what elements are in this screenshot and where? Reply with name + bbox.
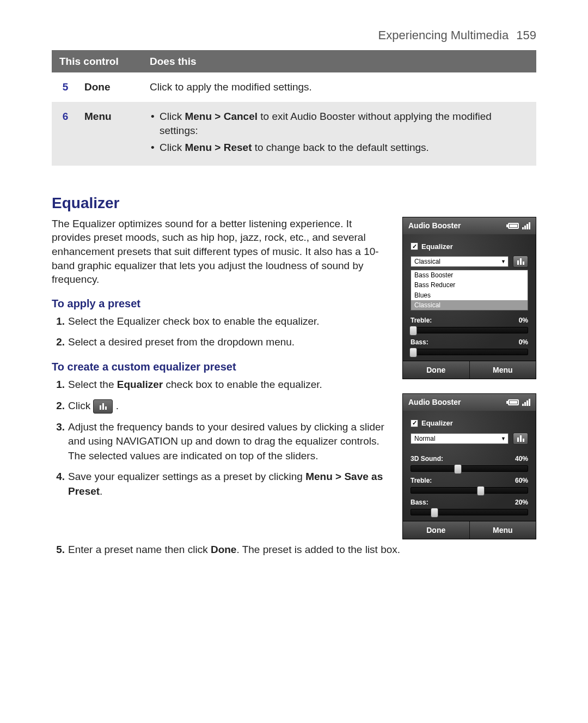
treble-value: 60% [515,476,528,485]
equalizer-heading: Equalizer [52,193,536,214]
battery-icon [508,399,519,405]
treble-label: Treble: [411,316,432,325]
text: Save your equalizer settings as a preset… [68,471,305,482]
control-description: Click Menu > Cancel to exit Audio Booste… [142,102,536,166]
text-bold: Equalizer [117,379,163,390]
preset-option[interactable]: Blues [411,290,528,300]
text: . [100,485,102,497]
treble-slider[interactable] [411,327,528,333]
chevron-down-icon: ▼ [501,258,506,265]
audio-booster-screenshot: Audio Booster ✓ Equalizer Classical ▼ [402,217,536,380]
custom-preset-heading: To create a custom equalizer preset [52,360,388,374]
battery-icon [508,223,519,229]
slider-thumb[interactable] [409,326,417,336]
bass-label: Bass: [411,498,428,507]
text-bold: Menu > Cancel [185,111,258,122]
apply-preset-steps: Select the Equalizer check box to enable… [52,314,388,350]
menu-button[interactable]: Menu [469,361,536,379]
preset-dropdown-value: Classical [414,257,440,266]
text: . The preset is added to the list box. [236,544,400,555]
table-head-control: This control [52,50,142,73]
table-row: 6 Menu Click Menu > Cancel to exit Audio… [52,102,536,166]
treble-slider[interactable] [411,487,528,494]
signal-icon [522,222,530,229]
row-number: 6 [52,102,77,166]
treble-value: 0% [519,316,528,325]
window-title: Audio Booster [408,397,461,408]
apply-preset-heading: To apply a preset [52,296,388,311]
controls-table: This control Does this 5 Done Click to a… [52,50,536,166]
control-name: Done [77,72,142,102]
text: Enter a preset name then click [68,544,211,555]
equalizer-checkbox-label: Equalizer [421,418,453,428]
sound3d-value: 40% [515,454,528,463]
text-bold: Done [211,544,237,555]
sound3d-label: 3D Sound: [411,454,443,463]
done-button[interactable]: Done [403,361,469,379]
step: Enter a preset name then click Done. The… [68,543,536,557]
step: Save your equalizer settings as a preset… [68,470,388,499]
text: check box to enable the equalizer. [163,379,322,390]
custom-preset-steps: Select the Equalizer check box to enable… [52,378,388,499]
audio-booster-screenshot: Audio Booster ✓ Equalizer Normal ▼ [402,393,536,539]
bass-slider[interactable] [411,509,528,515]
slider-thumb[interactable] [477,486,485,496]
bass-label: Bass: [411,338,428,347]
bass-slider[interactable] [411,349,528,355]
equalizer-icon [93,399,113,414]
chevron-down-icon: ▼ [501,435,506,442]
text-bold: Menu > Reset [185,142,252,153]
menu-button[interactable]: Menu [469,521,536,539]
equalizer-button[interactable] [513,433,528,445]
step: Adjust the frequency bands to your desir… [68,420,388,464]
preset-dropdown[interactable]: Normal ▼ [411,433,509,444]
preset-option[interactable]: Bass Booster [411,270,528,280]
table-row: 5 Done Click to apply the modified setti… [52,72,536,102]
preset-option[interactable]: Bass Reducer [411,280,528,290]
step: Click . [68,399,388,414]
control-name: Menu [77,102,142,166]
preset-dropdown[interactable]: Classical ▼ [411,256,509,267]
done-button[interactable]: Done [403,521,469,539]
window-title: Audio Booster [408,221,461,231]
text: Click [68,400,93,411]
step: Select the Equalizer check box to enable… [68,378,388,392]
table-head-does: Does this [142,50,536,73]
equalizer-checkbox[interactable]: ✓ [411,242,418,250]
page-header: Experiencing Multimedia 159 [52,27,536,44]
custom-preset-steps-cont: Enter a preset name then click Done. The… [52,543,536,557]
equalizer-checkbox-label: Equalizer [421,242,453,252]
section-title: Experiencing Multimedia [378,28,509,42]
equalizer-button[interactable] [513,256,528,268]
bass-value: 20% [515,498,528,507]
text: . [116,400,119,411]
treble-label: Treble: [411,476,432,485]
preset-dropdown-value: Normal [414,434,436,443]
control-description: Click to apply the modified settings. [142,72,536,102]
slider-thumb[interactable] [431,508,438,518]
step: Select a desired preset from the dropdow… [68,335,388,350]
row-number: 5 [52,72,77,102]
text: to change back to the default settings. [252,142,428,153]
page-number: 159 [516,28,536,42]
preset-listbox[interactable]: Bass Booster Bass Reducer Blues Classica… [411,270,528,311]
signal-icon [522,399,530,406]
text: Click [160,142,185,153]
slider-thumb[interactable] [409,348,417,357]
equalizer-checkbox[interactable]: ✓ [411,420,418,427]
text: Click [160,111,185,122]
slider-thumb[interactable] [454,464,462,474]
step: Select the Equalizer check box to enable… [68,314,388,329]
preset-option-selected[interactable]: Classical [411,300,528,310]
text: Select the [68,379,117,390]
bass-value: 0% [519,338,528,347]
equalizer-intro: The Equalizer optimizes sound for a bett… [52,217,388,287]
sound3d-slider[interactable] [411,465,528,472]
